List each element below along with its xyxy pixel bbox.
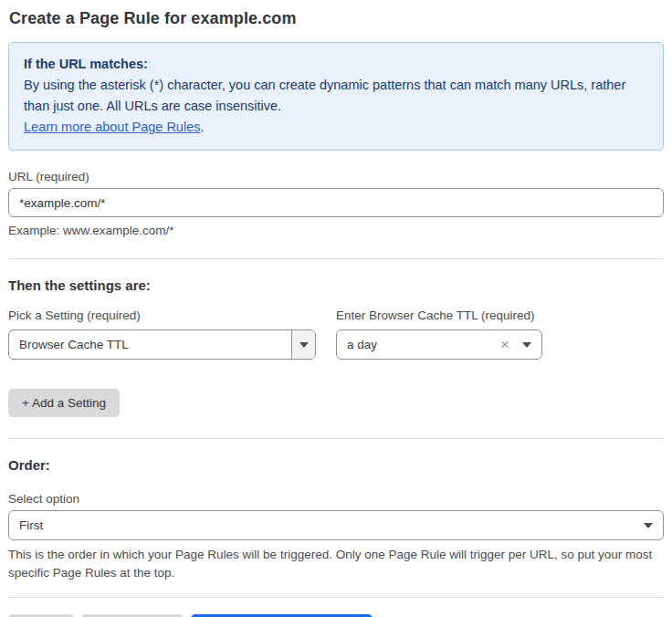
chevron-down-icon xyxy=(644,523,653,528)
clear-icon[interactable]: × xyxy=(500,337,509,352)
setting-picker-column: Pick a Setting (required) Browser Cache … xyxy=(8,293,316,360)
divider xyxy=(8,438,664,439)
chevron-down-icon xyxy=(522,342,531,348)
url-helper-text: Example: www.example.com/* xyxy=(8,224,664,237)
divider xyxy=(8,258,664,259)
add-setting-button[interactable]: + Add a Setting xyxy=(8,389,120,417)
settings-row: Pick a Setting (required) Browser Cache … xyxy=(8,293,664,360)
link-suffix: . xyxy=(200,120,204,134)
order-description: This is the order in which your Page Rul… xyxy=(8,546,664,582)
setting-picker-label: Pick a Setting (required) xyxy=(8,308,316,322)
setting-picker-select[interactable]: Browser Cache TTL xyxy=(8,329,316,360)
info-box-body: By using the asterisk (*) character, you… xyxy=(24,75,648,117)
setting-picker-arrow-segment[interactable] xyxy=(291,330,315,359)
settings-section-heading: Then the settings are: xyxy=(8,277,664,293)
chevron-down-icon xyxy=(299,342,309,348)
url-input[interactable] xyxy=(8,188,664,217)
ttl-picker-column: Enter Browser Cache TTL (required) a day… xyxy=(336,293,542,360)
url-field-label: URL (required) xyxy=(8,170,664,183)
info-box-link-line: Learn more about Page Rules. xyxy=(24,117,648,138)
ttl-picker-select[interactable]: a day × xyxy=(336,329,542,360)
create-page-rule-panel: Create a Page Rule for example.com If th… xyxy=(0,0,672,617)
learn-more-link[interactable]: Learn more about Page Rules xyxy=(24,120,200,134)
divider xyxy=(8,597,664,598)
order-select-label: Select option xyxy=(8,492,664,506)
ttl-picker-label: Enter Browser Cache TTL (required) xyxy=(336,308,542,322)
order-select[interactable]: First xyxy=(8,510,664,540)
setting-picker-value: Browser Cache TTL xyxy=(9,338,291,351)
ttl-picker-value: a day xyxy=(337,338,500,351)
order-select-value: First xyxy=(9,518,644,532)
order-section-heading: Order: xyxy=(8,457,664,473)
info-box-heading: If the URL matches: xyxy=(24,54,648,75)
page-title: Create a Page Rule for example.com xyxy=(8,9,664,28)
url-match-info-box: If the URL matches: By using the asteris… xyxy=(8,42,664,151)
